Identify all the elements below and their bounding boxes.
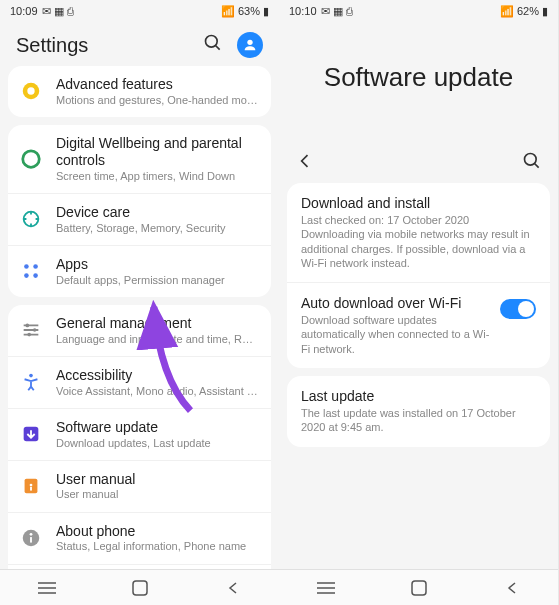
- nav-home[interactable]: [394, 580, 444, 596]
- svg-point-2: [247, 40, 252, 45]
- settings-item-software-update[interactable]: Software updateDownload updates, Last up…: [8, 409, 271, 461]
- settings-item-wellbeing[interactable]: Digital Wellbeing and parental controlsS…: [8, 125, 271, 194]
- last-update-item[interactable]: Last update The last update was installe…: [287, 376, 550, 447]
- svg-point-29: [525, 154, 537, 166]
- signal-icon: 📶: [500, 5, 514, 18]
- item-sub: User manual: [56, 488, 259, 501]
- page-title: Software update: [279, 22, 558, 143]
- item-sub: Language and input, Date and time, Reset: [56, 333, 259, 346]
- settings-item-user-manual[interactable]: User manualUser manual: [8, 461, 271, 513]
- item-sub: Screen time, App timers, Wind Down: [56, 170, 259, 183]
- settings-item-device-care[interactable]: Device careBattery, Storage, Memory, Sec…: [8, 194, 271, 246]
- device-care-icon: [20, 208, 42, 230]
- svg-point-7: [24, 264, 29, 269]
- user-manual-icon: [20, 475, 42, 497]
- svg-point-14: [26, 324, 30, 328]
- battery-text: 62%: [517, 5, 539, 17]
- item-sub: Battery, Storage, Memory, Security: [56, 222, 259, 235]
- item-sub: Voice Assistant, Mono audio, Assistant m…: [56, 385, 259, 398]
- status-time: 10:10: [289, 5, 317, 17]
- item-title: Device care: [56, 204, 259, 221]
- svg-rect-28: [133, 581, 147, 595]
- settings-item-about[interactable]: About phoneStatus, Legal information, Ph…: [8, 513, 271, 565]
- item-title: Apps: [56, 256, 259, 273]
- nav-recent[interactable]: [301, 581, 351, 595]
- settings-item-general[interactable]: General managementLanguage and input, Da…: [8, 305, 271, 357]
- nav-bar: [279, 569, 558, 605]
- nav-bar: [0, 569, 279, 605]
- settings-header: Settings: [0, 22, 279, 66]
- apps-icon: [20, 260, 42, 282]
- software-update-icon: [20, 423, 42, 445]
- item-title: About phone: [56, 523, 259, 540]
- svg-rect-24: [30, 537, 32, 543]
- item-title: Download and install: [301, 195, 536, 211]
- phone-left: 10:09 ✉ ▦ ⎙ 📶 63% ▮ Settings Advanced fe…: [0, 0, 279, 605]
- item-sub: Last checked on: 17 October 2020Download…: [301, 213, 536, 270]
- battery-icon: ▮: [263, 5, 269, 18]
- accessibility-icon: [20, 371, 42, 393]
- update-list: Download and installLast checked on: 17 …: [279, 183, 558, 569]
- profile-avatar[interactable]: [237, 32, 263, 58]
- item-title: Last update: [301, 388, 536, 404]
- svg-point-10: [33, 274, 38, 279]
- status-bar: 10:09 ✉ ▦ ⎙ 📶 63% ▮: [0, 0, 279, 22]
- svg-point-20: [30, 484, 33, 487]
- toggle-switch[interactable]: [500, 299, 536, 319]
- page-title: Settings: [16, 34, 88, 57]
- battery-text: 63%: [238, 5, 260, 17]
- back-icon[interactable]: [295, 151, 315, 175]
- nav-back[interactable]: [487, 581, 537, 595]
- about-icon: [20, 527, 42, 549]
- item-sub: Motions and gestures, One-handed mode: [56, 94, 259, 107]
- status-time: 10:09: [10, 5, 38, 17]
- svg-line-30: [535, 164, 539, 168]
- phone-right: 10:10 ✉ ▦ ⎙ 📶 62% ▮ Software update Down…: [279, 0, 558, 605]
- item-sub: Default apps, Permission manager: [56, 274, 259, 287]
- svg-rect-34: [412, 581, 426, 595]
- svg-point-0: [206, 36, 218, 48]
- update-item[interactable]: Download and installLast checked on: 17 …: [287, 183, 550, 283]
- settings-list: Advanced featuresMotions and gestures, O…: [0, 66, 279, 569]
- item-title: Software update: [56, 419, 259, 436]
- item-title: Auto download over Wi-Fi: [301, 295, 490, 311]
- item-sub: Download updates, Last update: [56, 437, 259, 450]
- signal-icon: 📶: [221, 5, 235, 18]
- item-title: Advanced features: [56, 76, 259, 93]
- item-title: Accessibility: [56, 367, 259, 384]
- svg-point-5: [23, 151, 40, 168]
- svg-point-23: [30, 533, 33, 536]
- svg-rect-21: [30, 487, 32, 491]
- item-sub: The last update was installed on 17 Octo…: [301, 406, 536, 435]
- item-title: General management: [56, 315, 259, 332]
- item-sub: Status, Legal information, Phone name: [56, 540, 259, 553]
- sub-header: [279, 143, 558, 183]
- nav-recent[interactable]: [22, 581, 72, 595]
- status-icons-left: ✉ ▦ ⎙: [321, 5, 353, 18]
- settings-item-accessibility[interactable]: AccessibilityVoice Assistant, Mono audio…: [8, 357, 271, 409]
- svg-point-16: [27, 333, 31, 337]
- general-icon: [20, 319, 42, 341]
- update-item[interactable]: Auto download over Wi-FiDownload softwar…: [287, 283, 550, 368]
- nav-back[interactable]: [208, 581, 258, 595]
- svg-line-1: [216, 46, 220, 50]
- svg-point-9: [24, 274, 29, 279]
- settings-item-advanced[interactable]: Advanced featuresMotions and gestures, O…: [8, 66, 271, 117]
- advanced-icon: [20, 80, 42, 102]
- svg-point-8: [33, 264, 38, 269]
- svg-point-17: [29, 374, 33, 378]
- battery-icon: ▮: [542, 5, 548, 18]
- wellbeing-icon: [20, 148, 42, 170]
- nav-home[interactable]: [115, 580, 165, 596]
- item-title: User manual: [56, 471, 259, 488]
- status-bar: 10:10 ✉ ▦ ⎙ 📶 62% ▮: [279, 0, 558, 22]
- svg-point-4: [27, 88, 34, 95]
- status-icons-left: ✉ ▦ ⎙: [42, 5, 74, 18]
- search-icon[interactable]: [203, 33, 223, 57]
- settings-item-apps[interactable]: AppsDefault apps, Permission manager: [8, 246, 271, 297]
- item-sub: Download software updates automatically …: [301, 313, 490, 356]
- search-icon[interactable]: [522, 151, 542, 175]
- svg-point-15: [33, 328, 37, 332]
- item-title: Digital Wellbeing and parental controls: [56, 135, 259, 169]
